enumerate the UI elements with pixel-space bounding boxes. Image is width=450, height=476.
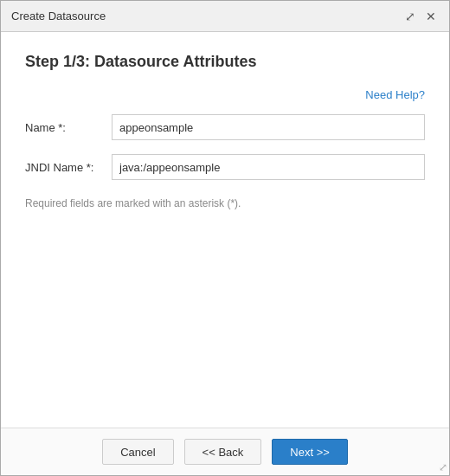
help-link[interactable]: Need Help? xyxy=(365,88,425,101)
jndi-label: JNDI Name *: xyxy=(25,161,112,174)
name-form-group: Name *: xyxy=(25,114,425,140)
resize-handle[interactable]: ⤢ xyxy=(435,461,447,473)
cancel-button[interactable]: Cancel xyxy=(102,439,173,465)
name-label: Name *: xyxy=(25,121,112,134)
step-title: Step 1/3: Datasource Attributes xyxy=(25,53,425,71)
expand-button[interactable]: ⤢ xyxy=(402,10,418,23)
dialog-controls: ⤢ ✕ xyxy=(402,10,439,23)
dialog-title: Create Datasource xyxy=(11,10,106,23)
dialog-footer: Cancel << Back Next >> xyxy=(1,428,449,475)
required-note: Required fields are marked with an aster… xyxy=(25,197,425,209)
jndi-form-group: JNDI Name *: xyxy=(25,154,425,180)
name-input[interactable] xyxy=(112,114,425,140)
dialog-titlebar: Create Datasource ⤢ ✕ xyxy=(1,1,449,32)
next-button[interactable]: Next >> xyxy=(272,439,348,465)
dialog-body: Step 1/3: Datasource Attributes Need Hel… xyxy=(1,32,449,428)
close-button[interactable]: ✕ xyxy=(423,10,439,23)
spacer xyxy=(25,209,425,414)
back-button[interactable]: << Back xyxy=(184,439,262,465)
help-link-container: Need Help? xyxy=(25,87,425,102)
create-datasource-dialog: Create Datasource ⤢ ✕ Step 1/3: Datasour… xyxy=(0,0,450,476)
jndi-input[interactable] xyxy=(112,154,425,180)
